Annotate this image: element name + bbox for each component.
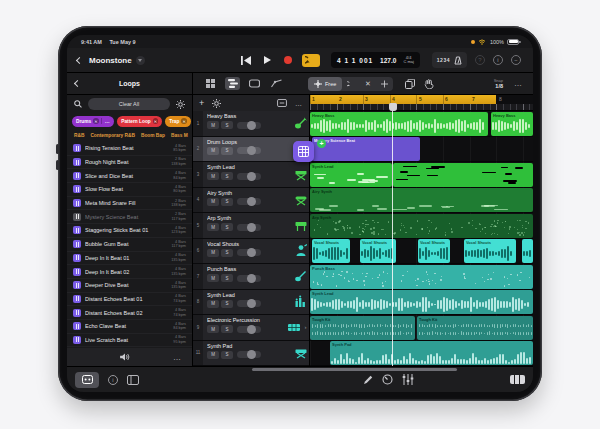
volume-slider[interactable] (237, 198, 261, 205)
mute-button[interactable]: M (207, 147, 219, 155)
playhead-line[interactable] (392, 104, 393, 366)
project-title[interactable]: Moonstone (89, 56, 132, 65)
solo-button[interactable]: S (221, 223, 233, 231)
volume-slider[interactable] (237, 275, 261, 282)
track-row-heavy-bass[interactable]: 1 Heavy Bass MS (193, 111, 309, 137)
mixer-faders-icon[interactable] (402, 374, 414, 385)
filter-chip-drums[interactable]: Drums ✕ … (72, 116, 114, 127)
mute-button[interactable]: M (207, 325, 219, 333)
region-vocal-shouts-1[interactable]: Vocal Shouts (312, 239, 350, 263)
scissors-tool-icon[interactable]: ✕ (359, 80, 376, 88)
expand-stack-chevron-icon[interactable]: › (302, 315, 309, 340)
horizontal-scrollbar[interactable] (252, 368, 457, 371)
solo-button[interactable]: S (221, 198, 233, 206)
region-view-icon[interactable] (247, 77, 262, 90)
cycle-range-ruler[interactable]: 1 2 3 4 5 6 7 (310, 95, 496, 104)
cycle-button[interactable] (302, 54, 320, 67)
solo-button[interactable]: S (221, 121, 233, 129)
volume-slider[interactable] (237, 147, 261, 154)
region-heavy-bass[interactable]: Heavy Bass (310, 112, 488, 136)
solo-button[interactable]: S (221, 249, 233, 257)
project-menu-icon[interactable] (136, 56, 145, 65)
loop-tool-icon[interactable] (342, 80, 359, 88)
mute-button[interactable]: M (207, 274, 219, 282)
remove-filter-icon[interactable]: ✕ (153, 118, 159, 124)
solo-button[interactable]: S (221, 172, 233, 180)
region-tough-kit-2[interactable]: Tough Kit (417, 316, 533, 340)
list-item[interactable]: Rising Tension Beat4 Bars85 bpm (67, 142, 192, 156)
metronome-icon[interactable] (454, 56, 462, 65)
track-display-icon[interactable] (277, 99, 287, 107)
region-vocal-shouts-5[interactable] (522, 239, 533, 263)
region-heavy-bass-2[interactable]: Heavy Bass (491, 112, 533, 136)
info-icon[interactable]: i (493, 55, 503, 65)
volume-slider[interactable] (237, 224, 261, 231)
list-item[interactable]: Deep In It Beat 024 Bars135 bpm (67, 265, 192, 279)
track-settings-gear-icon[interactable] (212, 99, 221, 108)
track-more-icon[interactable]: … (295, 100, 303, 107)
grab-hand-icon[interactable] (424, 79, 434, 89)
filter-settings-gear-icon[interactable] (176, 100, 185, 109)
volume-slider[interactable] (237, 300, 261, 307)
track-row-synth-pad[interactable]: 11 Synth Pad MS (193, 341, 309, 367)
remove-filter-icon[interactable]: ✕ (181, 118, 187, 124)
list-item[interactable]: Staggering Sticks Beat 014 Bars123 bpm (67, 224, 192, 238)
volume-slider[interactable] (237, 249, 261, 256)
region-punch-bass[interactable]: Punch Bass (310, 265, 533, 289)
region-synth-lead-midi-2[interactable] (393, 163, 533, 187)
list-item[interactable]: Distant Echoes Beat 014 Bars74 bpm (67, 293, 192, 307)
beat-ruler[interactable] (310, 104, 533, 111)
solo-button[interactable]: S (221, 325, 233, 333)
track-row-punch-bass[interactable]: 7 Punch Bass MS (193, 264, 309, 290)
mute-button[interactable]: M (207, 300, 219, 308)
mute-button[interactable]: M (207, 198, 219, 206)
snap-setting[interactable]: Snap 1/8 (494, 78, 503, 89)
region-synth-lead-audio[interactable]: Synth Lead (310, 290, 533, 314)
volume-slider[interactable] (237, 326, 261, 333)
filter-chip-trap[interactable]: Trap ✕ (165, 116, 191, 127)
mute-button[interactable]: M (207, 172, 219, 180)
list-item[interactable]: Deep In It Beat 014 Bars135 bpm (67, 252, 192, 266)
track-row-electronic-percussion[interactable]: 9 Electronic Percussion MS › (193, 315, 309, 341)
mute-button[interactable]: M (207, 351, 219, 359)
region-airy-synth[interactable]: Airy Synth (310, 188, 533, 212)
remove-filter-icon[interactable]: ✕ (93, 118, 99, 124)
solo-button[interactable]: S (221, 274, 233, 282)
list-item[interactable]: Slow Flow Beat4 Bars80 bpm (67, 183, 192, 197)
list-item[interactable]: Bubble Gum Beat4 Bars117 bpm (67, 238, 192, 252)
arrange-timeline[interactable]: 1 2 3 4 5 6 7 8 Heavy Bass (310, 95, 533, 366)
mute-button[interactable]: M (207, 121, 219, 129)
solo-button[interactable]: S (221, 300, 233, 308)
inspector-info-button[interactable]: i (108, 375, 118, 385)
list-item[interactable]: Slice and Dice Beat4 Bars84 bpm (67, 169, 192, 183)
list-item[interactable]: Meta Mind Snare Fill2 Bars138 bpm (67, 197, 192, 211)
track-row-synth-lead-1[interactable]: 3 Synth Lead MS (193, 162, 309, 188)
track-row-drum-loops[interactable]: 2 Drum Loops MS (193, 137, 309, 163)
drag-ghost-loop-icon[interactable] (293, 141, 314, 162)
plugin-dial-icon[interactable] (382, 374, 393, 385)
list-item[interactable]: Live Scratch Beat4 Bars95 bpm (67, 334, 192, 348)
play-button[interactable] (260, 53, 274, 67)
sidebar-toggle-icon[interactable] (127, 375, 139, 385)
tag-rnb[interactable]: R&B (74, 133, 84, 138)
automation-icon[interactable] (269, 77, 284, 90)
volume-slider[interactable] (237, 351, 261, 358)
region-tough-kit-1[interactable]: Tough Kit (310, 316, 415, 340)
grid-view-icon[interactable] (203, 77, 218, 90)
back-chevron-icon[interactable] (76, 56, 83, 63)
volume-slider[interactable] (237, 173, 261, 180)
search-icon[interactable] (74, 100, 82, 108)
filter-chip-pattern-loop[interactable]: Pattern Loop ✕ (117, 116, 162, 127)
split-tool-icon[interactable] (376, 80, 393, 88)
track-row-airy-synth[interactable]: 4 Airy Synth MS (193, 188, 309, 214)
list-item[interactable]: Distant Echoes Beat 024 Bars74 bpm (67, 306, 192, 320)
mute-button[interactable]: M (207, 223, 219, 231)
piano-keyboard-icon[interactable] (510, 375, 525, 384)
track-row-vocal-shouts[interactable]: 6 Vocal Shouts MS (193, 239, 309, 265)
free-tool-button[interactable]: Free (308, 77, 342, 91)
go-to-beginning-button[interactable] (239, 53, 253, 67)
collapse-icon[interactable]: − (511, 55, 521, 65)
preview-volume-icon[interactable] (120, 353, 130, 361)
list-item[interactable]: Echo Clave Beat4 Bars84 bpm (67, 320, 192, 334)
playhead-handle[interactable] (389, 103, 397, 111)
